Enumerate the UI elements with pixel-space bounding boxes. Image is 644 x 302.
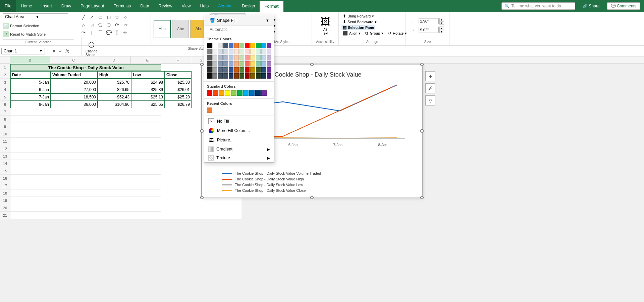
sc-4[interactable] — [225, 90, 230, 96]
cell-c2[interactable]: Volume Traded — [51, 71, 98, 79]
tc-5-10[interactable] — [256, 67, 261, 73]
cell-b2[interactable]: Date — [10, 71, 51, 79]
col-header-f[interactable]: F — [164, 56, 191, 64]
shape-pentagon[interactable]: ⬠ — [97, 21, 104, 29]
width-down-button[interactable]: ▼ — [439, 30, 444, 33]
col-header-b[interactable]: B — [10, 56, 50, 64]
tc-4-6[interactable] — [234, 61, 239, 67]
height-up-button[interactable]: ▲ — [439, 18, 444, 21]
tc-4-2[interactable] — [212, 61, 217, 67]
col-header-c[interactable]: C — [50, 56, 97, 64]
chart-handle-tr[interactable] — [420, 63, 424, 66]
chart-area-dropdown[interactable]: Chart Area ▼ — [3, 13, 68, 20]
sc-8[interactable] — [249, 90, 255, 96]
cell-f4[interactable]: $26.01 — [165, 86, 192, 93]
shape-snip-rect[interactable]: ⬠ — [113, 13, 121, 21]
tc-6-12[interactable] — [267, 73, 271, 79]
chart-add-element-button[interactable]: + — [425, 71, 435, 81]
tc-3-6[interactable] — [234, 55, 239, 60]
cell-f2[interactable]: Close — [165, 71, 192, 79]
sc-2[interactable] — [213, 90, 218, 96]
height-input[interactable] — [419, 18, 439, 24]
selection-pane-button[interactable]: ▤ Selection Pane — [341, 25, 375, 30]
tc-3-5[interactable] — [229, 55, 233, 60]
share-button[interactable]: 🔗 Share — [579, 2, 604, 10]
tc-5-11[interactable] — [261, 67, 266, 73]
tc-4-4[interactable] — [223, 61, 228, 67]
cell-b6[interactable]: 8-Jan — [10, 101, 51, 108]
tc-2-4[interactable] — [223, 49, 228, 54]
tc-4-9[interactable] — [250, 61, 255, 67]
confirm-formula-icon[interactable]: ✓ — [59, 48, 63, 54]
cell-e2[interactable]: Low — [131, 71, 165, 79]
cell-e5[interactable]: $25.13 — [131, 93, 165, 101]
tc-5-6[interactable] — [234, 67, 239, 73]
rotate-button[interactable]: ↺ Rotate ▾ — [387, 31, 408, 36]
tc-5-1[interactable] — [207, 67, 212, 73]
format-selection-button[interactable]: 📊 Format Selection — [3, 22, 74, 30]
tab-draw[interactable]: Draw — [57, 0, 76, 12]
cell-b1[interactable]: The Cookie Shop - Daily Stock Value — [10, 64, 161, 71]
shape-freeform[interactable]: ✏ — [122, 29, 129, 36]
tc-5-4[interactable] — [223, 67, 228, 73]
chart-filter-button[interactable]: ▽ — [425, 95, 435, 105]
cell-empty-10[interactable] — [10, 130, 161, 138]
tc-6-10[interactable] — [256, 73, 261, 79]
cell-d6[interactable]: $104.86 — [98, 101, 131, 108]
cell-empty-13[interactable] — [10, 153, 161, 160]
comments-button[interactable]: 💬 Comments — [607, 2, 640, 10]
width-spinner[interactable]: ▲ ▼ — [439, 27, 444, 33]
shape-callout[interactable]: 💬 — [105, 29, 112, 36]
shape-rounded-rect[interactable]: ▢ — [105, 13, 112, 21]
cell-empty-20[interactable] — [10, 204, 161, 212]
color-gold[interactable] — [250, 43, 255, 48]
tab-review[interactable]: Review — [154, 0, 177, 12]
shape-curved-arrow[interactable]: ⟳ — [113, 21, 121, 29]
cell-d3[interactable]: $25.78 — [98, 79, 131, 86]
cell-c5[interactable]: 18,500 — [51, 93, 98, 101]
shape-fill-top-button[interactable]: 🪣 Shape Fill ▾ — [207, 16, 271, 24]
color-white[interactable] — [212, 43, 217, 48]
shape-style-2[interactable]: Abc — [172, 20, 189, 38]
color-green-lt[interactable] — [239, 43, 244, 48]
send-backward-button[interactable]: ⬇ Send Backward ▾ — [341, 19, 378, 25]
tab-format[interactable]: Format — [260, 0, 283, 12]
tc-3-4[interactable] — [223, 55, 228, 60]
color-navy[interactable] — [223, 43, 228, 48]
tc-3-3[interactable] — [218, 55, 222, 60]
cell-d4[interactable]: $26.65 — [98, 86, 131, 93]
tc-6-2[interactable] — [212, 73, 217, 79]
color-green[interactable] — [256, 43, 261, 48]
tab-insert[interactable]: Insert — [37, 0, 57, 12]
shape-line[interactable]: ╱ — [80, 13, 87, 21]
name-box-arrow[interactable]: ▼ — [39, 49, 43, 53]
cell-e6[interactable]: $25.65 — [131, 101, 165, 108]
no-fill-option[interactable]: ✕ No Fill — [204, 117, 274, 126]
cell-empty-17[interactable] — [10, 182, 161, 189]
tc-5-12[interactable] — [267, 67, 271, 73]
rc-1[interactable] — [207, 107, 212, 113]
cell-b4[interactable]: 6-Jan — [10, 86, 51, 93]
shape-bracket[interactable]: ⌒ — [97, 29, 104, 36]
sc-1[interactable] — [207, 90, 212, 96]
shape-curve[interactable]: ∫ — [88, 29, 96, 36]
tc-6-7[interactable] — [239, 73, 244, 79]
tc-3-11[interactable] — [261, 55, 266, 60]
tab-help[interactable]: Help — [196, 0, 214, 12]
width-input[interactable] — [419, 27, 439, 33]
cell-d5[interactable]: $52.43 — [98, 93, 131, 101]
color-black[interactable] — [207, 43, 212, 48]
tc-5-8[interactable] — [245, 67, 250, 73]
function-icon[interactable]: fx — [65, 48, 69, 54]
tc-2-5[interactable] — [229, 49, 233, 54]
tc-3-12[interactable] — [267, 55, 271, 60]
tc-3-1[interactable] — [207, 55, 212, 60]
tc-5-5[interactable] — [229, 67, 233, 73]
tc-5-9[interactable] — [250, 67, 255, 73]
change-shape-button[interactable]: ⬡ ChangeShape — [84, 40, 99, 57]
chart-handle-bc[interactable] — [310, 196, 314, 199]
tc-2-12[interactable] — [267, 49, 271, 54]
tab-acrobat[interactable]: Acrobat — [213, 0, 237, 12]
tc-4-10[interactable] — [256, 61, 261, 67]
tc-6-8[interactable] — [245, 73, 250, 79]
